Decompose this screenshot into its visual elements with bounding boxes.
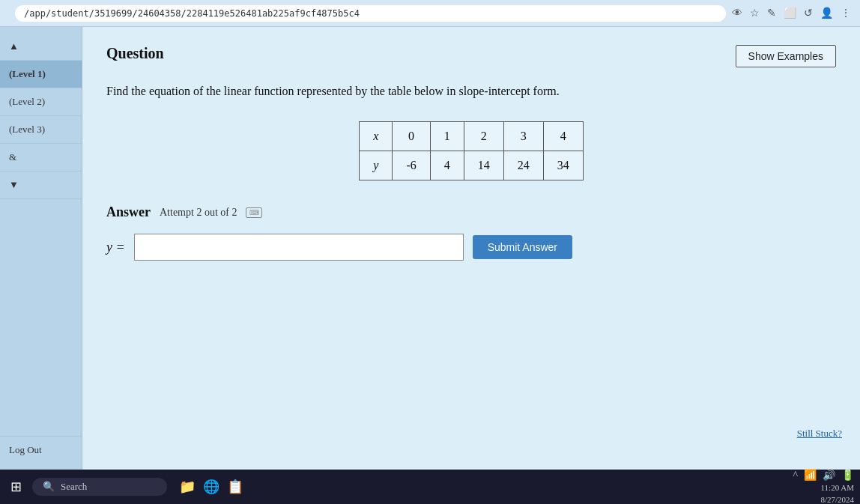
- taskbar-search-bar[interactable]: 🔍 Search: [32, 478, 167, 496]
- taskbar-volume-icon: 🔊: [823, 468, 835, 483]
- taskbar-teams-icon[interactable]: 📋: [227, 479, 243, 495]
- browser-bar: /app/student/3519699/24604358/2284119e52…: [0, 0, 860, 27]
- log-out-button[interactable]: Log Out: [0, 436, 82, 464]
- taskbar-right: ^ 📶 🔊 🔋 11:20 AM 8/27/2024: [793, 468, 854, 504]
- answer-section: Answer Attempt 2 out of 2 ⌨ y = Submit A…: [106, 204, 836, 261]
- table-x-val-1: 1: [430, 122, 464, 151]
- taskbar-date: 8/27/2024: [793, 494, 854, 504]
- answer-input-row: y = Submit Answer: [106, 234, 836, 261]
- question-title: Question: [106, 45, 164, 62]
- table-x-val-3: 3: [503, 122, 543, 151]
- window-icon[interactable]: ⬜: [784, 7, 796, 19]
- taskbar-search-icon: 🔍: [43, 481, 55, 493]
- table-y-val-1: 4: [430, 151, 464, 180]
- y-equals-label: y =: [106, 240, 125, 255]
- table-x-val-4: 4: [543, 122, 583, 151]
- sidebar-item-ampersand[interactable]: &: [0, 144, 82, 171]
- submit-answer-button[interactable]: Submit Answer: [473, 235, 572, 259]
- table-data-row: y -6 4 14 24 34: [360, 151, 583, 180]
- table-x-val-0: 0: [393, 122, 430, 151]
- sidebar-scroll-up[interactable]: ▲: [0, 33, 82, 61]
- profile-icon[interactable]: 👤: [820, 7, 833, 19]
- sidebar-item-level2[interactable]: (Level 2): [0, 88, 82, 116]
- answer-input[interactable]: [134, 234, 464, 261]
- taskbar-battery-icon: 🔋: [841, 468, 854, 483]
- data-table: x 0 1 2 3 4 y -6 4 14 24 34: [359, 121, 583, 180]
- keyboard-shortcut-icon: ⌨: [246, 207, 262, 218]
- sidebar: ▲ (Level 1) (Level 2) (Level 3) & ▼ Log …: [0, 27, 82, 470]
- sidebar-item-level1[interactable]: (Level 1): [0, 61, 82, 88]
- table-header-row: x 0 1 2 3 4: [360, 122, 583, 151]
- taskbar-expand-icon: ^: [793, 468, 798, 483]
- menu-icon[interactable]: ⋮: [841, 7, 851, 19]
- edit-icon[interactable]: ✎: [767, 7, 776, 19]
- sidebar-scroll-down[interactable]: ▼: [0, 171, 82, 199]
- show-examples-button[interactable]: Show Examples: [736, 45, 836, 67]
- taskbar-file-icon[interactable]: 📁: [179, 479, 196, 495]
- table-y-val-3: 24: [503, 151, 543, 180]
- table-y-val-0: -6: [393, 151, 430, 180]
- taskbar-sys-icons: ^ 📶 🔊 🔋: [793, 468, 854, 483]
- taskbar-time: 11:20 AM: [793, 482, 854, 494]
- question-header: Question Show Examples: [106, 45, 836, 67]
- star-icon[interactable]: ☆: [750, 7, 760, 19]
- taskbar-app-icons: 📁 🌐 📋: [179, 479, 243, 495]
- taskbar-chrome-icon[interactable]: 🌐: [203, 479, 219, 495]
- answer-header: Answer Attempt 2 out of 2 ⌨: [106, 204, 836, 220]
- attempt-label: Attempt 2 out of 2: [160, 207, 237, 219]
- windows-start-button[interactable]: ⊞: [6, 479, 26, 495]
- question-text: Find the equation of the linear function…: [106, 82, 836, 100]
- content-panel: Question Show Examples Find the equation…: [82, 27, 860, 470]
- browser-icons: 👁 ☆ ✎ ⬜ ↺ 👤 ⋮: [732, 7, 851, 19]
- url-bar[interactable]: /app/student/3519699/24604358/2284119e52…: [15, 5, 726, 22]
- taskbar-search-label: Search: [61, 481, 87, 493]
- keyboard-icon: ⌨: [246, 207, 262, 218]
- table-y-label: y: [360, 151, 393, 180]
- history-icon[interactable]: ↺: [804, 7, 813, 19]
- answer-label: Answer: [106, 204, 151, 220]
- eye-icon: 👁: [732, 7, 742, 19]
- taskbar: ⊞ 🔍 Search 📁 🌐 📋 ^ 📶 🔊 🔋 11:20 AM 8/27/2…: [0, 470, 860, 504]
- main-content: ▲ (Level 1) (Level 2) (Level 3) & ▼ Log …: [0, 27, 860, 470]
- sidebar-item-level3[interactable]: (Level 3): [0, 116, 82, 144]
- table-x-val-2: 2: [464, 122, 503, 151]
- taskbar-wifi-icon: 📶: [804, 468, 817, 483]
- table-y-val-4: 34: [543, 151, 583, 180]
- still-stuck-link[interactable]: Still Stuck?: [797, 428, 842, 440]
- table-y-val-2: 14: [464, 151, 503, 180]
- table-x-label: x: [360, 122, 393, 151]
